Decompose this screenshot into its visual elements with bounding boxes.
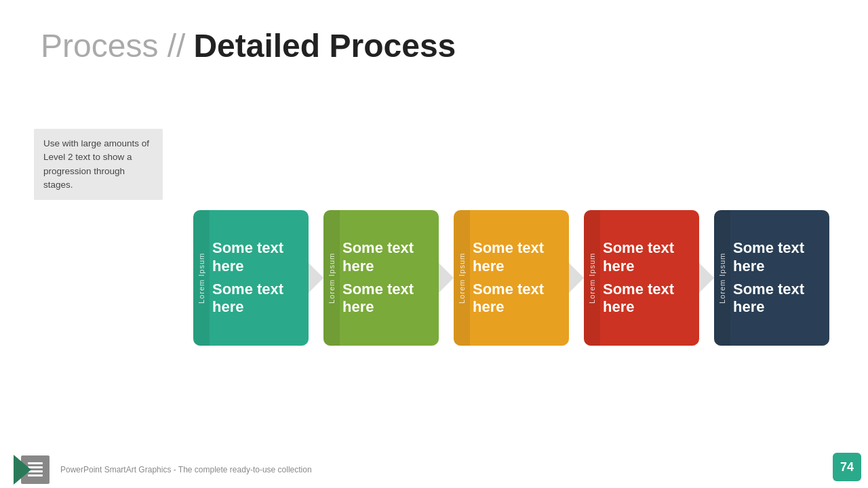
page-header: Process // Detailed Process — [41, 27, 456, 64]
card-wrapper-3: Lorem Ipsum Some text here Some text her… — [454, 210, 584, 346]
card-2-label: Lorem Ipsum — [323, 210, 340, 346]
process-card-3: Lorem Ipsum Some text here Some text her… — [454, 210, 569, 346]
footer: PowerPoint SmartArt Graphics - The compl… — [0, 451, 868, 488]
card-1-text-bottom: Some text here — [212, 281, 300, 317]
process-card-4: Lorem Ipsum Some text here Some text her… — [584, 210, 699, 346]
card-3-text-bottom: Some text here — [473, 281, 561, 317]
card-1-label: Lorem Ipsum — [193, 210, 210, 346]
card-2-text-top: Some text here — [342, 239, 431, 275]
card-3-label: Lorem Ipsum — [454, 210, 470, 346]
process-card-5: Lorem Ipsum Some text here Some text her… — [714, 210, 829, 346]
card-2-text-bottom: Some text here — [342, 281, 431, 317]
process-card-1: Lorem Ipsum Some text here Some text her… — [193, 210, 309, 346]
card-wrapper-2: Lorem Ipsum Some text here Some text her… — [323, 210, 454, 346]
card-5-content: Some text here Some text here — [730, 210, 829, 346]
card-4-label: Lorem Ipsum — [584, 210, 600, 346]
card-wrapper-5: Lorem Ipsum Some text here Some text her… — [714, 210, 829, 346]
card-5-label: Lorem Ipsum — [714, 210, 730, 346]
footer-logo — [14, 451, 51, 488]
process-cards-container: Lorem Ipsum Some text here Some text her… — [193, 210, 829, 346]
header-bold-text: Detailed Process — [193, 27, 456, 64]
card-5-text-top: Some text here — [733, 239, 821, 275]
card-2-content: Some text here Some text here — [340, 210, 439, 346]
description-box: Use with large amounts of Level 2 text t… — [34, 129, 163, 200]
card-3-text-top: Some text here — [473, 239, 561, 275]
process-card-2: Lorem Ipsum Some text here Some text her… — [323, 210, 439, 346]
page-number-badge: 74 — [833, 453, 861, 481]
footer-text: PowerPoint SmartArt Graphics - The compl… — [60, 465, 312, 474]
card-1-content: Some text here Some text here — [210, 210, 309, 346]
arrow-1 — [309, 263, 323, 293]
card-5-text-bottom: Some text here — [733, 281, 821, 317]
description-text: Use with large amounts of Level 2 text t… — [43, 137, 153, 192]
arrow-2 — [439, 263, 454, 293]
arrow-4 — [699, 263, 714, 293]
card-wrapper-1: Lorem Ipsum Some text here Some text her… — [193, 210, 323, 346]
card-1-text-top: Some text here — [212, 239, 300, 275]
footer-chevron-icon — [14, 455, 31, 485]
card-4-text-top: Some text here — [603, 239, 691, 275]
header-light-text: Process // — [41, 27, 185, 64]
arrow-3 — [569, 263, 584, 293]
card-wrapper-4: Lorem Ipsum Some text here Some text her… — [584, 210, 714, 346]
card-3-content: Some text here Some text here — [470, 210, 569, 346]
card-4-text-bottom: Some text here — [603, 281, 691, 317]
card-4-content: Some text here Some text here — [600, 210, 699, 346]
